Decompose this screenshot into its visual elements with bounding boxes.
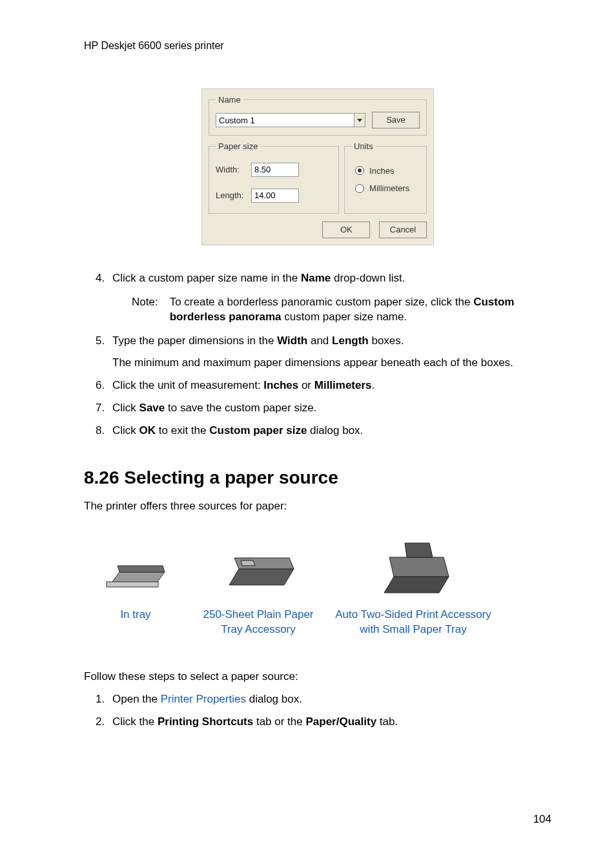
svg-marker-1 [118, 566, 165, 572]
step-list-b: 1. Open the Printer Properties dialog bo… [112, 692, 551, 730]
svg-marker-5 [241, 560, 255, 566]
name-dropdown-button[interactable] [354, 113, 365, 127]
paper-size-fieldset: Paper size Width: Length: [209, 141, 339, 214]
page-number: 104 [533, 812, 551, 827]
in-tray-icon [103, 550, 168, 588]
inches-label: Inches [369, 165, 394, 177]
page-header: HP Deskjet 6600 series printer [84, 39, 551, 53]
millimeters-radio[interactable]: Millimeters [355, 183, 420, 194]
link-auto-duplex-b[interactable]: with Small Paper Tray [360, 623, 466, 635]
duplex-accessory-icon [371, 538, 455, 599]
save-button[interactable]: Save [372, 112, 420, 128]
tray-table: In tray 250-Sheet Plain Paper Tray Acces… [84, 537, 551, 637]
section-heading: 8.26 Selecting a paper source [84, 466, 551, 490]
inches-radio[interactable]: Inches [355, 165, 420, 177]
link-auto-duplex[interactable]: Auto Two-Sided Print Accessory [335, 608, 491, 621]
width-label: Width: [216, 164, 251, 176]
tray-accessory-icon [220, 546, 297, 591]
cancel-button[interactable]: Cancel [379, 221, 427, 238]
length-input[interactable] [251, 189, 299, 203]
name-combobox[interactable] [216, 113, 365, 127]
name-fieldset: Name Save [209, 94, 427, 136]
tray-col-auto-duplex: Auto Two-Sided Print Accessory with Smal… [329, 537, 497, 637]
name-legend: Name [216, 94, 243, 106]
step-b1: 1. Open the Printer Properties dialog bo… [112, 692, 551, 707]
step-b2: 2. Click the Printing Shortcuts tab or t… [112, 715, 551, 730]
tray-col-250sheet: 250-Sheet Plain Paper Tray Accessory [187, 537, 329, 637]
note: Note: To create a borderless panoramic c… [132, 295, 551, 325]
svg-marker-6 [384, 577, 449, 593]
millimeters-label: Millimeters [369, 183, 409, 194]
width-input[interactable] [251, 163, 299, 177]
ok-button[interactable]: OK [322, 221, 370, 238]
step-5: 5. Type the paper dimensions in the Widt… [112, 334, 551, 371]
radio-icon [355, 166, 364, 175]
follow-paragraph: Follow these steps to select a paper sou… [84, 670, 551, 684]
paper-size-legend: Paper size [216, 141, 260, 152]
svg-marker-3 [229, 569, 294, 585]
note-body: To create a borderless panoramic custom … [170, 295, 551, 325]
step-list-a: 4. Click a custom paper size name in the… [112, 271, 551, 439]
step-8: 8. Click OK to exit the Custom paper siz… [112, 424, 551, 438]
step-6: 6. Click the unit of measurement: Inches… [112, 378, 551, 393]
units-legend: Units [351, 141, 376, 152]
link-250-sheet-b[interactable]: Tray Accessory [221, 623, 296, 635]
tray-col-intray: In tray [84, 537, 187, 637]
length-label: Length: [216, 190, 251, 201]
step-7: 7. Click Save to save the custom paper s… [112, 401, 551, 416]
section-intro: The printer offers three sources for pap… [84, 499, 551, 514]
svg-rect-2 [107, 582, 158, 587]
svg-marker-8 [405, 543, 433, 557]
units-fieldset: Units Inches Millimeters [344, 141, 427, 214]
custom-paper-size-dialog: Name Save Paper size Width: Le [201, 88, 434, 245]
svg-marker-7 [389, 557, 449, 577]
name-input[interactable] [216, 113, 354, 127]
step-4: 4. Click a custom paper size name in the… [112, 271, 551, 325]
link-250-sheet[interactable]: 250-Sheet Plain Paper [203, 608, 313, 621]
link-printer-properties[interactable]: Printer Properties [161, 693, 246, 705]
link-in-tray[interactable]: In tray [120, 608, 150, 621]
chevron-down-icon [357, 119, 362, 122]
radio-icon [355, 184, 364, 193]
